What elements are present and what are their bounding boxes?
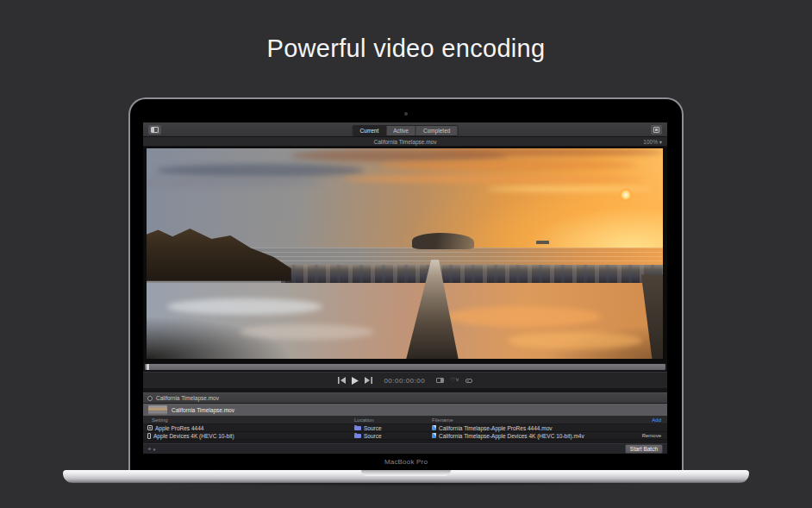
- marker-menu-button[interactable]: ♡˅: [450, 377, 459, 384]
- table-row[interactable]: Apple Devices 4K (HEVC 10-bit) Source Ca…: [143, 432, 667, 440]
- artwork-seawall: [281, 265, 663, 284]
- output-filename: California Timelapse-Apple ProRes 4444.m…: [439, 425, 553, 431]
- inspector-toggle-button[interactable]: [651, 125, 662, 135]
- device-label: MacBook Pro: [130, 458, 682, 466]
- scrubber-track[interactable]: [145, 364, 665, 370]
- prores-setting-icon: [147, 425, 153, 430]
- output-filename: California Timelapse-Apple Devices 4K (H…: [439, 433, 584, 439]
- batch-group-header[interactable]: California Timelapse.mov: [143, 392, 667, 404]
- clip-icon: [147, 396, 153, 401]
- artwork-ship: [536, 241, 548, 244]
- file-icon: [432, 433, 436, 439]
- tab-current[interactable]: Current: [353, 126, 387, 135]
- add-output-link[interactable]: Add: [652, 417, 661, 423]
- artwork-sky: [147, 148, 663, 248]
- folder-icon: [354, 434, 361, 438]
- transport-controls: 00:00:00:00 ♡˅: [143, 372, 667, 388]
- zoom-level-dropdown[interactable]: 100% ▾: [643, 139, 662, 146]
- chevron-down-icon: ▾: [153, 446, 156, 453]
- macbook-screen: Current Active Completed California Time…: [128, 97, 684, 470]
- video-viewer: [143, 147, 667, 363]
- source-name: California Timelapse.mov: [172, 407, 234, 413]
- toolbar: Current Active Completed: [143, 122, 667, 137]
- file-icon: [432, 425, 436, 431]
- add-job-menu-button[interactable]: + ▾: [147, 446, 155, 453]
- lid-notch: [361, 470, 451, 476]
- sidebar-icon: [151, 127, 159, 133]
- previous-frame-button[interactable]: [338, 377, 346, 384]
- video-preview[interactable]: [147, 148, 663, 359]
- table-row[interactable]: Apple ProRes 4444 Source California Time…: [143, 424, 667, 432]
- macbook-base: [63, 470, 749, 483]
- inspector-icon: [653, 127, 659, 133]
- tab-active[interactable]: Active: [386, 126, 416, 135]
- location-name: Source: [364, 433, 382, 439]
- plus-icon: +: [147, 446, 152, 453]
- artwork-rock-island: [412, 233, 474, 250]
- sidebar-toggle-button[interactable]: [148, 125, 161, 135]
- setting-name: Apple Devices 4K (HEVC 10-bit): [153, 433, 234, 439]
- preview-titlebar: California Timelapse.mov 100% ▾: [143, 137, 667, 147]
- compare-icon: [436, 378, 444, 383]
- source-row[interactable]: California Timelapse.mov: [143, 404, 667, 417]
- next-frame-button[interactable]: [365, 377, 372, 384]
- playhead[interactable]: [147, 364, 149, 370]
- column-setting: Setting: [152, 417, 168, 423]
- remove-output-link[interactable]: Remove: [642, 433, 661, 438]
- timeline-scrubber[interactable]: [143, 363, 667, 372]
- base-shadow: [78, 483, 734, 487]
- feedback-button[interactable]: [465, 379, 472, 383]
- page-title: Powerful video encoding: [0, 34, 812, 63]
- compare-view-button[interactable]: [436, 378, 444, 383]
- speech-bubble-icon: [465, 379, 472, 383]
- batch-group-title: California Timelapse.mov: [156, 395, 219, 401]
- bottom-bar: + ▾ Start Batch: [143, 443, 667, 454]
- device-setting-icon: [147, 433, 151, 439]
- columns-header: Setting Location Filename Add: [143, 417, 667, 424]
- compressor-window: Current Active Completed California Time…: [143, 122, 667, 454]
- webcam-dot: [404, 112, 408, 116]
- column-filename: Filename: [432, 417, 453, 423]
- play-button[interactable]: [352, 377, 359, 385]
- artwork-pool: [147, 283, 663, 359]
- preview-title: California Timelapse.mov: [374, 139, 437, 145]
- location-name: Source: [364, 425, 382, 431]
- folder-icon: [354, 426, 361, 430]
- timecode-display: 00:00:00:00: [384, 377, 425, 385]
- view-segmented-control: Current Active Completed: [353, 125, 459, 136]
- start-batch-button[interactable]: Start Batch: [625, 444, 663, 454]
- tab-completed[interactable]: Completed: [416, 126, 457, 135]
- source-thumbnail: [148, 405, 167, 415]
- setting-name: Apple ProRes 4444: [155, 425, 203, 431]
- artwork-sun: [619, 188, 633, 202]
- column-location: Location: [354, 417, 374, 423]
